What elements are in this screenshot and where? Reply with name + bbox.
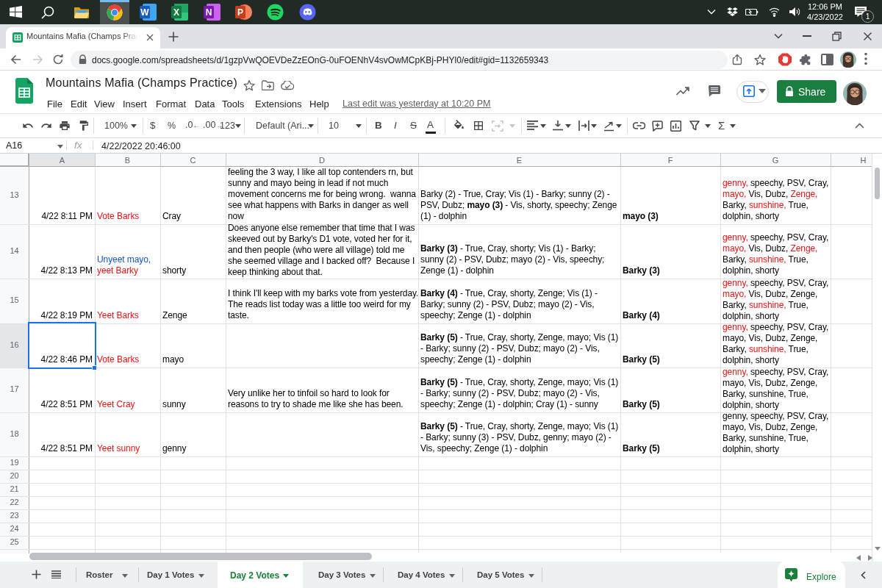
svg-text:X: X: [173, 7, 179, 18]
svg-text:P: P: [237, 7, 243, 18]
svg-text:N: N: [206, 7, 212, 18]
svg-text:W: W: [140, 7, 149, 18]
